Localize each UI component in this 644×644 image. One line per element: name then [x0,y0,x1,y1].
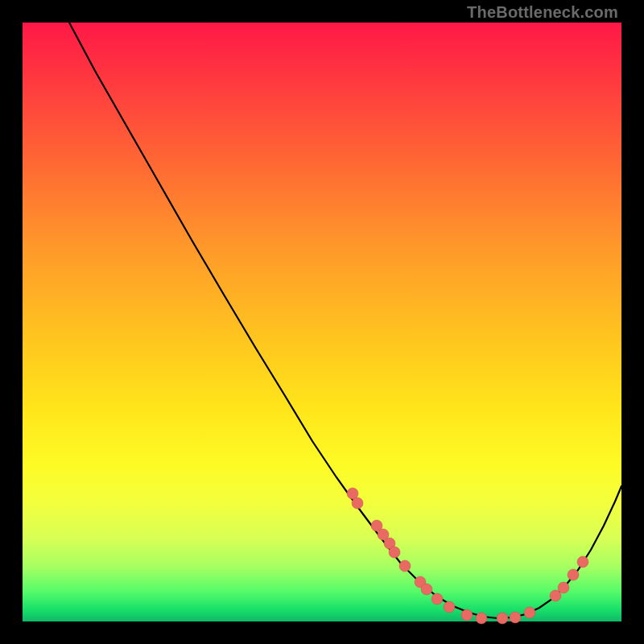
scatter-dot [421,584,432,595]
scatter-dot [577,556,588,568]
scatter-dot [461,609,473,621]
scatter-dot [444,601,455,613]
scatter-dot [431,593,443,605]
scatter-dot [476,613,487,624]
bottleneck-curve [69,23,621,618]
scatter-dot [524,607,535,618]
watermark-text: TheBottleneck.com [467,3,618,22]
scatter-dot [510,612,521,623]
scatter-dot [568,569,579,580]
plot-area [23,23,621,621]
scatter-group [347,488,588,624]
scatter-dot [497,613,508,624]
scatter-dot [389,547,400,558]
scatter-dot [399,560,411,572]
scatter-dot [352,497,363,509]
chart-svg [23,23,621,621]
scatter-dot [558,582,569,593]
